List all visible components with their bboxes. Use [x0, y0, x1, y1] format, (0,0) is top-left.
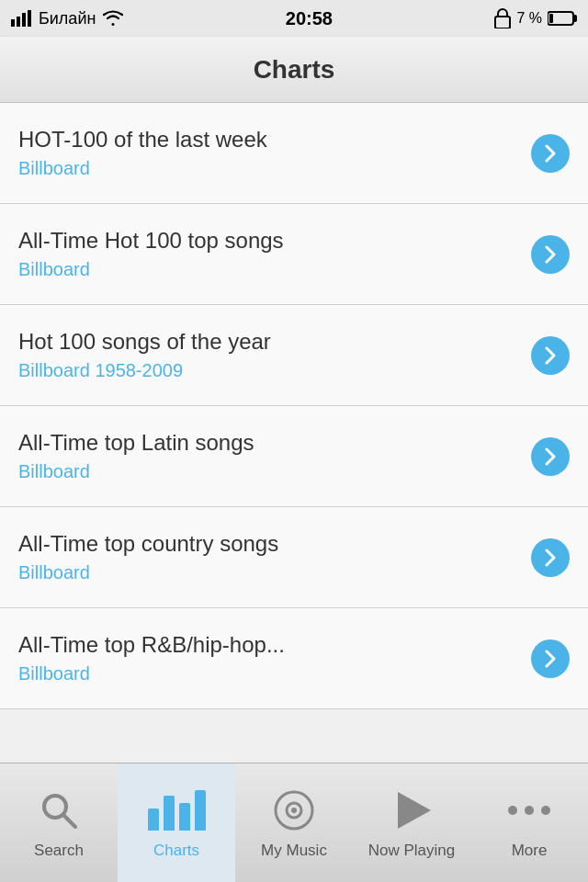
search-icon	[39, 790, 79, 831]
chart-title-4: All-Time top country songs	[18, 531, 516, 558]
tab-mymusic[interactable]: My Music	[235, 763, 353, 882]
chart-title-3: All-Time top Latin songs	[18, 430, 516, 457]
tab-mymusic-label: My Music	[261, 842, 327, 860]
chevron-right-icon	[541, 245, 560, 264]
battery-percent: 7 %	[516, 10, 542, 27]
carrier-name: Билайн	[39, 9, 96, 28]
svg-rect-6	[549, 14, 553, 23]
chart-subtitle-3: Billboard	[18, 461, 516, 482]
chart-title-0: HOT-100 of the last week	[18, 127, 516, 153]
chart-item-3[interactable]: All-Time top Latin songs Billboard	[0, 406, 588, 507]
chart-arrow-1[interactable]	[531, 235, 570, 274]
chart-arrow-2[interactable]	[531, 336, 570, 375]
chart-subtitle-2: Billboard 1958-2009	[18, 360, 516, 381]
chart-title-5: All-Time top R&B/hip-hop...	[18, 632, 516, 659]
status-battery-area: 7 %	[494, 8, 577, 28]
chart-subtitle-1: Billboard	[18, 259, 516, 280]
status-carrier-area: Билайн	[11, 9, 123, 28]
svg-rect-7	[573, 15, 577, 22]
lock-icon	[494, 8, 511, 28]
chart-arrow-5[interactable]	[531, 639, 570, 678]
battery-icon	[548, 10, 577, 27]
signal-icon	[11, 10, 31, 27]
chevron-right-icon	[541, 447, 560, 466]
svg-rect-3	[28, 10, 31, 27]
play-icon	[398, 792, 431, 829]
chart-title-2: Hot 100 songs of the year	[18, 329, 516, 356]
more-dots-icon	[508, 806, 550, 815]
chart-subtitle-0: Billboard	[18, 158, 516, 179]
nav-bar: Charts	[0, 37, 588, 103]
svg-rect-4	[495, 17, 510, 28]
svg-rect-2	[22, 13, 26, 27]
chart-list: HOT-100 of the last week Billboard All-T…	[0, 103, 588, 709]
svg-line-9	[63, 815, 75, 827]
svg-rect-1	[17, 17, 20, 27]
chart-item-1[interactable]: All-Time Hot 100 top songs Billboard	[0, 204, 588, 305]
status-bar: Билайн 20:58 7 %	[0, 0, 588, 37]
tab-search-label: Search	[34, 842, 84, 860]
chart-subtitle-4: Billboard	[18, 562, 516, 583]
chart-item-0[interactable]: HOT-100 of the last week Billboard	[0, 103, 588, 204]
chevron-right-icon	[541, 650, 560, 668]
tab-more[interactable]: More	[470, 763, 588, 882]
tab-charts-label: Charts	[153, 842, 199, 860]
chart-subtitle-5: Billboard	[18, 663, 516, 684]
chart-arrow-4[interactable]	[531, 538, 570, 577]
chart-item-2[interactable]: Hot 100 songs of the year Billboard 1958…	[0, 305, 588, 406]
wifi-icon	[103, 10, 123, 27]
svg-rect-0	[11, 19, 15, 27]
chevron-right-icon	[541, 144, 560, 163]
tab-charts[interactable]: Charts	[118, 763, 235, 882]
charts-bar-icon	[148, 790, 206, 831]
chevron-right-icon	[541, 548, 560, 567]
chart-item-5[interactable]: All-Time top R&B/hip-hop... Billboard	[0, 608, 588, 709]
tab-nowplaying[interactable]: Now Playing	[353, 763, 470, 882]
chart-arrow-0[interactable]	[531, 134, 570, 173]
chart-arrow-3[interactable]	[531, 437, 570, 476]
tab-more-label: More	[512, 842, 548, 860]
chevron-right-icon	[541, 346, 560, 365]
svg-point-12	[291, 808, 297, 813]
tab-bar: Search Charts My Music Now Pla	[0, 763, 588, 882]
disc-icon	[274, 790, 314, 831]
tab-search[interactable]: Search	[0, 763, 118, 882]
chart-item-4[interactable]: All-Time top country songs Billboard	[0, 507, 588, 608]
chart-title-1: All-Time Hot 100 top songs	[18, 228, 516, 254]
status-time: 20:58	[286, 8, 333, 29]
tab-nowplaying-label: Now Playing	[368, 842, 456, 860]
page-title: Charts	[254, 55, 335, 85]
